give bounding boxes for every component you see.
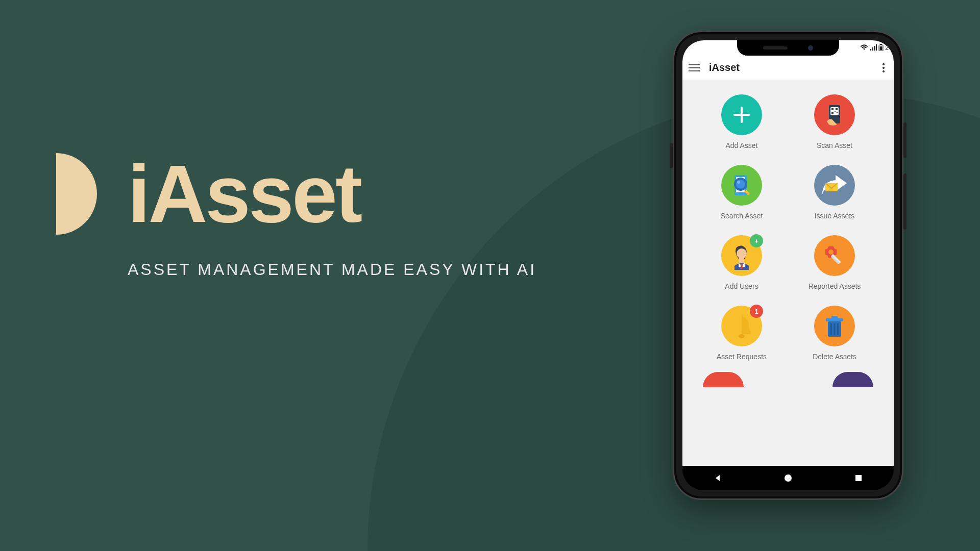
tile-label: Delete Assets xyxy=(813,353,856,361)
svg-rect-26 xyxy=(830,323,832,335)
phone-speaker xyxy=(763,46,788,49)
send-mail-icon xyxy=(814,165,855,206)
tile-label: Asset Requests xyxy=(717,353,767,361)
hamburger-menu-icon[interactable] xyxy=(689,62,700,73)
tile-scan-asset[interactable]: Scan Asset xyxy=(796,94,873,149)
svg-point-14 xyxy=(737,181,740,184)
partial-tile-row xyxy=(682,372,894,387)
svg-point-17 xyxy=(737,248,747,259)
phone-side-button xyxy=(903,173,906,230)
status-time: 2 xyxy=(885,44,889,52)
svg-rect-1 xyxy=(880,44,882,45)
partial-tile[interactable] xyxy=(832,372,873,387)
logo-row: iAsset xyxy=(56,153,536,235)
svg-rect-8 xyxy=(835,111,836,112)
tile-add-asset[interactable]: Add Asset xyxy=(703,94,780,149)
tile-reported-assets[interactable]: Reported Assets xyxy=(796,235,873,290)
svg-rect-9 xyxy=(837,112,838,113)
status-icons: 2 xyxy=(860,44,889,52)
svg-rect-18 xyxy=(739,258,744,263)
signal-icon xyxy=(870,44,877,52)
wrench-icon xyxy=(814,235,855,276)
more-options-icon[interactable] xyxy=(879,63,888,72)
search-icon xyxy=(721,165,762,206)
tile-label: Reported Assets xyxy=(808,282,861,290)
svg-rect-5 xyxy=(831,108,834,110)
tile-label: Issue Assets xyxy=(815,212,855,220)
svg-rect-19 xyxy=(741,264,743,269)
svg-point-24 xyxy=(739,334,745,338)
phone-mockup: 2 iAsset Add AssetScan AssetSearch Asset… xyxy=(673,31,903,500)
phone-camera xyxy=(808,45,813,51)
svg-point-21 xyxy=(828,249,834,255)
android-nav-bar xyxy=(682,466,894,490)
tile-label: Scan Asset xyxy=(817,141,852,149)
tile-issue-assets[interactable]: Issue Assets xyxy=(796,165,873,220)
partial-tile[interactable] xyxy=(703,372,744,387)
tile-label: Add Users xyxy=(725,282,758,290)
phone-side-button xyxy=(903,122,906,158)
tile-asset-requests[interactable]: 1Asset Requests xyxy=(703,306,780,361)
svg-rect-27 xyxy=(834,323,836,335)
hero-section: iAsset ASSET MANAGEMENT MADE EASY WITH A… xyxy=(56,153,536,279)
phone-notch xyxy=(737,40,839,56)
plus-icon xyxy=(721,94,762,135)
svg-rect-6 xyxy=(836,108,838,110)
tile-delete-assets[interactable]: Delete Assets xyxy=(796,306,873,361)
svg-rect-32 xyxy=(855,475,862,481)
phone-frame: 2 iAsset Add AssetScan AssetSearch Asset… xyxy=(673,31,903,500)
nav-recent-button[interactable] xyxy=(853,473,864,483)
svg-point-31 xyxy=(785,474,792,482)
nav-home-button[interactable] xyxy=(783,473,793,483)
trash-icon xyxy=(814,306,855,346)
svg-rect-7 xyxy=(831,112,834,114)
app-bar: iAsset xyxy=(682,56,894,80)
tile-label: Add Asset xyxy=(725,141,757,149)
tile-label: Search Asset xyxy=(721,212,763,220)
nav-back-button[interactable] xyxy=(713,473,723,483)
tile-grid-area: Add AssetScan AssetSearch AssetIssue Ass… xyxy=(682,80,894,466)
badge: + xyxy=(750,234,763,247)
tile-grid: Add AssetScan AssetSearch AssetIssue Ass… xyxy=(682,80,894,375)
bell-icon: 1 xyxy=(721,306,762,346)
brand-tagline: ASSET MANAGEMENT MADE EASY WITH AI xyxy=(128,260,536,279)
logo-half-circle-icon xyxy=(56,153,97,235)
battery-icon xyxy=(878,44,884,52)
brand-name: iAsset xyxy=(128,153,360,235)
tile-add-users[interactable]: +Add Users xyxy=(703,235,780,290)
phone-screen: 2 iAsset Add AssetScan AssetSearch Asset… xyxy=(682,40,894,490)
badge: 1 xyxy=(750,305,763,318)
wifi-icon xyxy=(860,44,868,52)
user-add-icon: + xyxy=(721,235,762,276)
svg-point-13 xyxy=(736,180,745,189)
svg-rect-2 xyxy=(880,46,883,51)
svg-rect-30 xyxy=(831,316,838,319)
scan-icon xyxy=(814,94,855,135)
tile-search-asset[interactable]: Search Asset xyxy=(703,165,780,220)
app-title: iAsset xyxy=(709,62,870,73)
svg-rect-28 xyxy=(837,323,839,335)
